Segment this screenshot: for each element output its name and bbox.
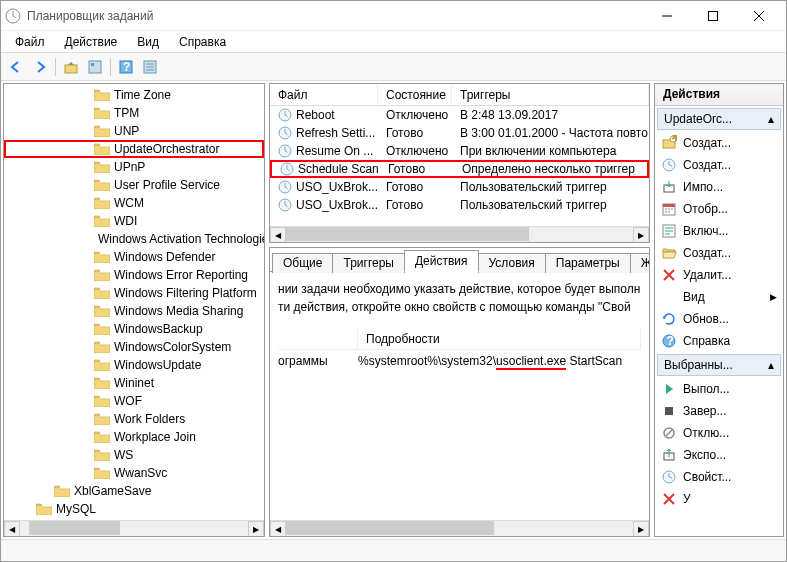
- up-button[interactable]: [60, 56, 82, 78]
- task-row[interactable]: USO_UxBrok...ГотовоПользовательский триг…: [270, 178, 649, 196]
- tree-item[interactable]: UpdateOrchestrator: [4, 140, 264, 158]
- svg-rect-24: [665, 407, 673, 415]
- tree-item[interactable]: WindowsColorSystem: [4, 338, 264, 356]
- action-item-label: Экспо...: [683, 448, 726, 462]
- action-item-label: Вид: [683, 290, 705, 304]
- action-item[interactable]: Удалит...: [655, 264, 783, 286]
- tree-item[interactable]: WS: [4, 446, 264, 464]
- action-item[interactable]: Создат...: [655, 154, 783, 176]
- refresh-icon: [661, 311, 677, 327]
- action-item[interactable]: Обнов...: [655, 308, 783, 330]
- action-item-label: Обнов...: [683, 312, 729, 326]
- forward-button[interactable]: [29, 56, 51, 78]
- action-item-label: У: [683, 492, 691, 506]
- svg-rect-1: [709, 11, 718, 20]
- action-item[interactable]: Выпол...: [655, 378, 783, 400]
- action-item[interactable]: Создат...: [655, 242, 783, 264]
- task-row[interactable]: Resume On ...ОтключеноПри включении комп…: [270, 142, 649, 160]
- tree-item[interactable]: UPnP: [4, 158, 264, 176]
- main-area: Time ZoneTPMUNPUpdateOrchestratorUPnPUse…: [1, 81, 786, 539]
- tab-Триггеры[interactable]: Триггеры: [332, 253, 405, 273]
- action-item[interactable]: ?Справка: [655, 330, 783, 352]
- menu-file[interactable]: Файл: [7, 33, 53, 51]
- action-item[interactable]: Импо...: [655, 176, 783, 198]
- col-state[interactable]: Состояние: [378, 84, 452, 105]
- tree-item[interactable]: Windows Defender: [4, 248, 264, 266]
- action-panel: Действия UpdateOrc...▴✱Создат...Создат..…: [654, 83, 784, 537]
- tree-item[interactable]: UNP: [4, 122, 264, 140]
- minimize-button[interactable]: [644, 2, 690, 30]
- action-section[interactable]: UpdateOrc...▴: [657, 108, 781, 130]
- tree-item[interactable]: MySQL: [4, 500, 264, 518]
- tab-Параметры[interactable]: Параметры: [545, 253, 631, 273]
- delete-icon: [661, 267, 677, 283]
- menu-view[interactable]: Вид: [129, 33, 167, 51]
- tree-hscroll[interactable]: ◀▶: [4, 520, 264, 536]
- maximize-button[interactable]: [690, 2, 736, 30]
- list-button[interactable]: [139, 56, 161, 78]
- tree-item[interactable]: WDI: [4, 212, 264, 230]
- task-name: Resume On ...: [296, 144, 373, 158]
- col-file[interactable]: Файл: [270, 84, 378, 105]
- task-name: Reboot: [296, 108, 335, 122]
- action-item[interactable]: Завер...: [655, 400, 783, 422]
- tree-item[interactable]: WCM: [4, 194, 264, 212]
- tasklist-hscroll[interactable]: ◀▶: [270, 226, 649, 242]
- action-item-label: Свойст...: [683, 470, 731, 484]
- tree-item[interactable]: Work Folders: [4, 410, 264, 428]
- task-row[interactable]: USO_UxBrok...ГотовоПользовательский триг…: [270, 196, 649, 214]
- clock-icon: [661, 157, 677, 173]
- action-item[interactable]: Свойст...: [655, 466, 783, 488]
- task-row[interactable]: RebootОтключеноВ 2:48 13.09.2017: [270, 106, 649, 124]
- action-item[interactable]: У: [655, 488, 783, 510]
- action-section[interactable]: Выбранны...▴: [657, 354, 781, 376]
- delete-icon: [661, 491, 677, 507]
- action-item[interactable]: ✱Создат...: [655, 132, 783, 154]
- view-button[interactable]: [84, 56, 106, 78]
- detail-col-action[interactable]: [278, 328, 358, 349]
- action-item[interactable]: Отобр...: [655, 198, 783, 220]
- action-item[interactable]: Включ...: [655, 220, 783, 242]
- tree-item[interactable]: WOF: [4, 392, 264, 410]
- menu-action[interactable]: Действие: [57, 33, 126, 51]
- tree-item[interactable]: User Profile Service: [4, 176, 264, 194]
- tree-item[interactable]: Windows Error Reporting: [4, 266, 264, 284]
- tree-item[interactable]: WwanSvc: [4, 464, 264, 482]
- detail-col-details[interactable]: Подробности: [358, 328, 641, 349]
- tree-item[interactable]: TPM: [4, 104, 264, 122]
- tree-item[interactable]: Wininet: [4, 374, 264, 392]
- help-button[interactable]: ?: [115, 56, 137, 78]
- tab-Жу[interactable]: Жу: [630, 253, 650, 273]
- tree-item[interactable]: Windows Filtering Platform: [4, 284, 264, 302]
- tree-item[interactable]: Windows Media Sharing: [4, 302, 264, 320]
- action-item[interactable]: Вид▶: [655, 286, 783, 308]
- task-trigger: Пользовательский триггер: [452, 180, 649, 194]
- tree-item[interactable]: Windows Activation Technologies: [4, 230, 264, 248]
- action-item[interactable]: Отклю...: [655, 422, 783, 444]
- task-name: Schedule Scan: [298, 162, 379, 176]
- tab-Общие[interactable]: Общие: [272, 253, 333, 273]
- detail-hscroll[interactable]: ◀▶: [270, 520, 649, 536]
- col-triggers[interactable]: Триггеры: [452, 84, 649, 105]
- menu-help[interactable]: Справка: [171, 33, 234, 51]
- back-button[interactable]: [5, 56, 27, 78]
- folder-tree[interactable]: Time ZoneTPMUNPUpdateOrchestratorUPnPUse…: [4, 84, 264, 520]
- tree-item[interactable]: Time Zone: [4, 86, 264, 104]
- action-item[interactable]: Экспо...: [655, 444, 783, 466]
- detail-row[interactable]: ограммы %systemroot%\system32\usoclient.…: [278, 350, 641, 372]
- tab-Условия[interactable]: Условия: [478, 253, 546, 273]
- task-name: Refresh Setti...: [296, 126, 375, 140]
- task-row[interactable]: Schedule ScanГотовоОпределено несколько …: [270, 160, 649, 178]
- tree-item[interactable]: XblGameSave: [4, 482, 264, 500]
- tree-item[interactable]: Workplace Join: [4, 428, 264, 446]
- action-item-label: Справка: [683, 334, 730, 348]
- tree-item[interactable]: WindowsBackup: [4, 320, 264, 338]
- tree-item-label: TPM: [114, 106, 139, 120]
- tree-item[interactable]: WindowsUpdate: [4, 356, 264, 374]
- properties-icon: [661, 469, 677, 485]
- task-row[interactable]: Refresh Setti...ГотовоВ 3:00 01.01.2000 …: [270, 124, 649, 142]
- task-state: Готово: [380, 162, 454, 176]
- close-button[interactable]: [736, 2, 782, 30]
- tree-item-label: WDI: [114, 214, 137, 228]
- tab-Действия[interactable]: Действия: [404, 250, 479, 272]
